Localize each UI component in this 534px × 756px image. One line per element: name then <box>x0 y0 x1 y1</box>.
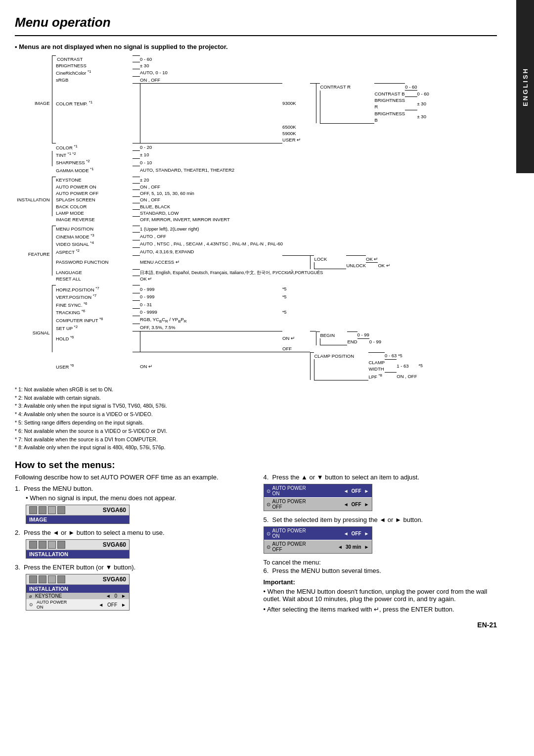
display-label-installation-2: INSTALLATION <box>26 585 129 593</box>
display-installation-keystone: SVGA60 INSTALLATION ⌀ KEYSTONE ◄ 0 ► ⊙ <box>26 574 249 611</box>
display-label-installation: INSTALLATION <box>26 550 129 558</box>
display-installation: SVGA60 INSTALLATION <box>26 539 249 559</box>
footnote-6: * 6: Not available when the source is a … <box>15 427 497 435</box>
important-label: Important: <box>264 578 497 586</box>
footnote-8: * 8: Available only when the input signa… <box>15 443 497 452</box>
svga-value: SVGA60 <box>103 507 126 514</box>
footnote-1: * 1: Not available when sRGB is set to O… <box>15 385 497 394</box>
menu-diagram: IMAGE CONTRAST 0 - 60 BRIGHTNESS ± 30 <box>15 55 497 380</box>
cat-installation: INSTALLATION <box>15 177 52 223</box>
footnotes-section: * 1: Not available when sRGB is set to O… <box>15 385 497 452</box>
display5-label2: AUTO POWEROFF <box>272 541 306 552</box>
display5-off: OFF <box>352 531 361 536</box>
display5-arrow-right2: ► <box>364 544 369 550</box>
autopower-label: AUTO POWERON <box>35 600 67 610</box>
svga-value-3: SVGA60 <box>103 576 126 583</box>
cancel-text: To cancel the menu: <box>264 559 497 566</box>
step-3: 3. Press the ENTER button (or ▼ button). <box>15 564 249 571</box>
keystone-label: KEYSTONE <box>34 593 62 599</box>
display-row-autopower: ⊙ AUTO POWERON ◄ OFF ► <box>26 599 129 610</box>
display5-row2: ⊙ AUTO POWEROFF ◄ 30 min ► <box>264 540 372 553</box>
sidebar-english-text: ENGLISH <box>522 67 529 106</box>
display5-row1: ⊙ AUTO POWERON ◄ OFF ► <box>264 527 372 540</box>
display4-arrow-right2: ► <box>364 502 369 507</box>
footnote-7: * 7: Not available when the source is a … <box>15 435 497 444</box>
step-4: 4. Press the ▲ or ▼ button to select an … <box>264 473 497 481</box>
icon-1b <box>29 541 37 549</box>
how-to-title: How to set the menus: <box>15 460 497 471</box>
display5-icon1: ⊙ <box>267 531 270 536</box>
svga-value-2: SVGA60 <box>103 541 126 548</box>
icon-4c <box>57 575 65 583</box>
display-header-3: SVGA60 <box>26 574 129 585</box>
icon-2c <box>39 575 46 583</box>
keystone-arrow-right: ► <box>121 593 126 599</box>
keystone-icon: ⌀ <box>29 594 32 599</box>
icon-3b <box>48 541 56 549</box>
display-row-keystone: ⌀ KEYSTONE ◄ 0 ► <box>26 593 129 599</box>
display-step4: ⊙ AUTO POWERON ◄ OFF ► ⊙ AUTO POWEROFF ◄… <box>264 484 497 511</box>
icon-3 <box>48 506 56 514</box>
display5-icon2: ⊙ <box>267 544 270 550</box>
display-icons-3 <box>29 575 65 583</box>
step-5: 5. Set the selected item by pressing the… <box>264 516 497 523</box>
footnote-2: * 2: Not available with certain signals. <box>15 394 497 402</box>
display-image: SVGA60 IMAGE <box>26 505 249 524</box>
step-1: 1. Press the MENU button. <box>15 485 249 492</box>
autopower-arrow-right: ► <box>121 602 126 608</box>
icon-1c <box>29 575 37 583</box>
cat-signal: SIGNAL <box>15 285 52 380</box>
display5-label: AUTO POWERON <box>272 528 306 539</box>
icon-4b <box>57 541 65 549</box>
display-header-2: SVGA60 <box>26 540 129 550</box>
display-header: SVGA60 <box>26 505 129 516</box>
display4-icon2: ⊙ <box>267 502 270 507</box>
icon-2b <box>39 541 46 549</box>
page-number: EN-21 <box>15 621 497 629</box>
autopower-icon: ⊙ <box>29 602 33 607</box>
display4-arrow-right: ► <box>364 488 369 494</box>
how-to-right: 4. Press the ▲ or ▼ button to select an … <box>264 473 497 616</box>
display-label-image: IMAGE <box>26 516 129 523</box>
icon-4 <box>57 506 65 514</box>
display4-row1: ⊙ AUTO POWERON ◄ OFF ► <box>264 484 372 497</box>
display4-icon1: ⊙ <box>267 488 270 494</box>
how-to-left: Following describe how to set AUTO POWER… <box>15 473 249 615</box>
display-icons-2 <box>29 541 65 549</box>
cancel-step: 6. Press the MENU button several times. <box>264 567 497 574</box>
display-icons <box>29 506 65 514</box>
display-step5: ⊙ AUTO POWERON ◄ OFF ► ⊙ AUTO POWEROFF ◄… <box>264 526 497 554</box>
step-1-sub: • When no signal is input, the menu does… <box>15 494 249 502</box>
autopower-arrow-left: ◄ <box>98 602 103 608</box>
step-2: 2. Press the ◄ or ► button to select a m… <box>15 529 249 536</box>
cat-feature: FEATURE <box>15 226 52 282</box>
autopower-value: OFF <box>107 602 117 608</box>
icon-1 <box>29 506 37 514</box>
important-2: • After selecting the items marked with … <box>264 606 497 613</box>
keystone-value: 0 <box>115 593 118 599</box>
display4-off2: OFF <box>352 502 361 507</box>
icon-3c <box>48 575 56 583</box>
display4-auto-power-on: AUTO POWERON <box>272 485 306 496</box>
cat-image: IMAGE <box>15 56 52 151</box>
icon-2 <box>39 506 46 514</box>
display4-arrow-left: ◄ <box>344 488 349 494</box>
display4-auto-power-off: AUTO POWEROFF <box>272 499 306 510</box>
important-1: • When the MENU button doesn't function,… <box>264 588 497 603</box>
display5-arrow-left2: ◄ <box>338 544 343 550</box>
display4-row2: ⊙ AUTO POWEROFF ◄ OFF ► <box>264 498 372 511</box>
display4-arrow-left2: ◄ <box>344 502 349 507</box>
footnote-5: * 5: Setting range differs depending on … <box>15 419 497 427</box>
keystone-arrow-left: ◄ <box>106 593 111 599</box>
footnote-3: * 3: Available only when the input signa… <box>15 402 497 410</box>
page-title: Menu operation <box>15 15 497 30</box>
how-to-intro: Following describe how to set AUTO POWER… <box>15 473 249 481</box>
display5-arrow-left: ◄ <box>344 531 349 536</box>
footnote-4: * 4: Available only when the source is a… <box>15 410 497 419</box>
display5-arrow-right: ► <box>364 531 369 536</box>
intro-bullet: • Menus are not displayed when no signal… <box>15 43 497 50</box>
sidebar-english: ENGLISH <box>516 0 534 173</box>
how-to-section: Following describe how to set AUTO POWER… <box>15 473 497 616</box>
display5-30min: 30 min <box>346 544 361 550</box>
display4-off: OFF <box>352 488 361 494</box>
